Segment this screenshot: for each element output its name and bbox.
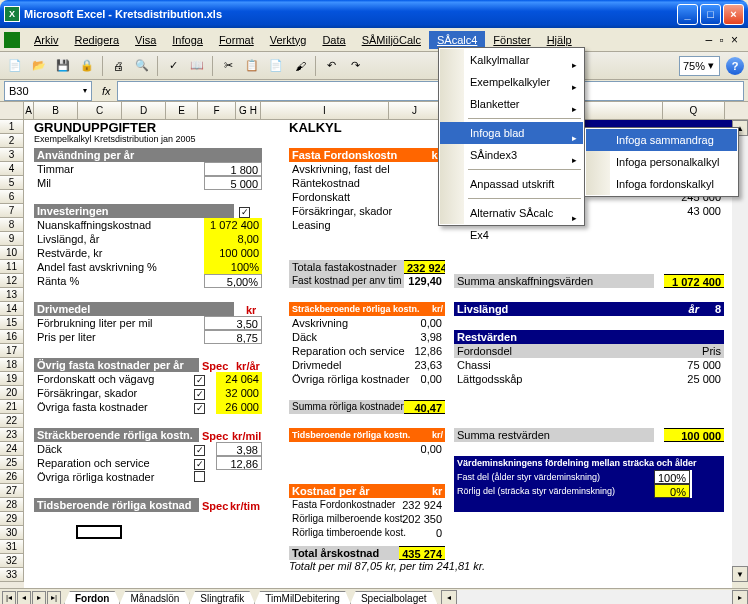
row-16[interactable]: 16 bbox=[0, 330, 24, 344]
chk-ovrrk[interactable] bbox=[194, 471, 205, 484]
row-4[interactable]: 4 bbox=[0, 162, 24, 176]
permission-icon[interactable]: 🔒 bbox=[76, 55, 98, 77]
menu-exempelkalkyler[interactable]: Exempelkalkyler▸ bbox=[440, 71, 583, 93]
fx-icon[interactable]: fx bbox=[102, 85, 111, 97]
col-c[interactable]: C bbox=[78, 102, 122, 119]
row-19[interactable]: 19 bbox=[0, 372, 24, 386]
research-icon[interactable]: 📖 bbox=[186, 55, 208, 77]
formula-input[interactable] bbox=[117, 81, 744, 101]
minimize-button[interactable]: _ bbox=[677, 4, 698, 25]
chk-ovrfk[interactable]: ✓ bbox=[194, 401, 205, 414]
tab-slingtrafik[interactable]: Slingtrafik bbox=[189, 591, 255, 605]
col-j[interactable]: J bbox=[389, 102, 441, 119]
row-24[interactable]: 24 bbox=[0, 442, 24, 456]
val-timmar[interactable]: 1 800 bbox=[204, 162, 262, 176]
row-12[interactable]: 12 bbox=[0, 274, 24, 288]
print-icon[interactable]: 🖨 bbox=[107, 55, 129, 77]
select-all-corner[interactable] bbox=[0, 102, 24, 119]
paste-icon[interactable]: 📄 bbox=[265, 55, 287, 77]
row-1[interactable]: 1 bbox=[0, 120, 24, 134]
redo-icon[interactable]: ↷ bbox=[344, 55, 366, 77]
menu-fonster[interactable]: Fönster bbox=[485, 31, 538, 49]
tab-last-icon[interactable]: ▸| bbox=[47, 591, 61, 605]
row-7[interactable]: 7 bbox=[0, 204, 24, 218]
menu-redigera[interactable]: Redigera bbox=[66, 31, 127, 49]
horizontal-scrollbar[interactable]: ◂ ▸ bbox=[441, 590, 748, 605]
row-5[interactable]: 5 bbox=[0, 176, 24, 190]
row-6[interactable]: 6 bbox=[0, 190, 24, 204]
row-18[interactable]: 18 bbox=[0, 358, 24, 372]
zoom-select[interactable]: 75%▾ bbox=[679, 56, 720, 76]
menu-visa[interactable]: Visa bbox=[127, 31, 164, 49]
row-26[interactable]: 26 bbox=[0, 470, 24, 484]
scroll-down-icon[interactable]: ▼ bbox=[732, 566, 748, 582]
menu-blanketter[interactable]: Blanketter▸ bbox=[440, 93, 583, 115]
menu-sacalc4[interactable]: SÅcalc4 bbox=[429, 31, 485, 49]
chk-rep[interactable]: ✓ bbox=[194, 457, 205, 470]
menu-data[interactable]: Data bbox=[314, 31, 353, 49]
col-b[interactable]: B bbox=[34, 102, 78, 119]
row-20[interactable]: 20 bbox=[0, 386, 24, 400]
val-ranta[interactable]: 5,00% bbox=[204, 274, 262, 288]
row-32[interactable]: 32 bbox=[0, 554, 24, 568]
copy-icon[interactable]: 📋 bbox=[241, 55, 263, 77]
row-22[interactable]: 22 bbox=[0, 414, 24, 428]
row-15[interactable]: 15 bbox=[0, 316, 24, 330]
row-33[interactable]: 33 bbox=[0, 568, 24, 582]
row-29[interactable]: 29 bbox=[0, 512, 24, 526]
cut-icon[interactable]: ✂ bbox=[217, 55, 239, 77]
menu-infoga-sammandrag[interactable]: Infoga sammandrag bbox=[586, 129, 737, 151]
row-14[interactable]: 14 bbox=[0, 302, 24, 316]
row-25[interactable]: 25 bbox=[0, 456, 24, 470]
row-31[interactable]: 31 bbox=[0, 540, 24, 554]
name-box[interactable]: B30▾ bbox=[4, 81, 92, 101]
scroll-left-icon[interactable]: ◂ bbox=[441, 590, 457, 605]
menu-anpassad[interactable]: Anpassad utskrift bbox=[440, 173, 583, 195]
col-q[interactable]: Q bbox=[663, 102, 725, 119]
val-pris[interactable]: 8,75 bbox=[204, 330, 262, 344]
menu-format[interactable]: Format bbox=[211, 31, 262, 49]
tab-manadslon[interactable]: Månadslön bbox=[119, 591, 190, 605]
menu-kalkylmallar[interactable]: Kalkylmallar▸ bbox=[440, 49, 583, 71]
val-forbr[interactable]: 3,50 bbox=[204, 316, 262, 330]
row-headers[interactable]: 1234567891011121314151617181920212223242… bbox=[0, 120, 24, 588]
scroll-right-icon[interactable]: ▸ bbox=[732, 590, 748, 605]
menu-infoga-fordonskalkyl[interactable]: Infoga fordonskalkyl bbox=[586, 173, 737, 195]
row-3[interactable]: 3 bbox=[0, 148, 24, 162]
row-9[interactable]: 9 bbox=[0, 232, 24, 246]
menu-samiljocalc[interactable]: SÅMiljöCalc bbox=[354, 31, 429, 49]
preview-icon[interactable]: 🔍 bbox=[131, 55, 153, 77]
row-10[interactable]: 10 bbox=[0, 246, 24, 260]
help-icon[interactable]: ? bbox=[726, 57, 744, 75]
row-13[interactable]: 13 bbox=[0, 288, 24, 302]
doc-icon[interactable] bbox=[4, 32, 20, 48]
chk-forsak[interactable]: ✓ bbox=[194, 387, 205, 400]
save-icon[interactable]: 💾 bbox=[52, 55, 74, 77]
col-a[interactable]: A bbox=[24, 102, 34, 119]
menu-infoga-personalkalkyl[interactable]: Infoga personalkalkyl bbox=[586, 151, 737, 173]
spelling-icon[interactable]: ✓ bbox=[162, 55, 184, 77]
menu-infoga-blad[interactable]: Infoga blad▸ bbox=[440, 122, 583, 144]
maximize-button[interactable]: □ bbox=[700, 4, 721, 25]
menu-infoga[interactable]: Infoga bbox=[164, 31, 211, 49]
menu-alternativ[interactable]: Alternativ SÅcalc Ex4▸ bbox=[440, 202, 583, 224]
mdi-controls[interactable]: – ▫ × bbox=[705, 33, 744, 47]
close-button[interactable]: × bbox=[723, 4, 744, 25]
col-f[interactable]: F bbox=[198, 102, 236, 119]
open-icon[interactable]: 📂 bbox=[28, 55, 50, 77]
col-d[interactable]: D bbox=[122, 102, 166, 119]
row-30[interactable]: 30 bbox=[0, 526, 24, 540]
format-painter-icon[interactable]: 🖌 bbox=[289, 55, 311, 77]
val-dack[interactable]: 3,98 bbox=[216, 442, 262, 456]
col-e[interactable]: E bbox=[166, 102, 198, 119]
row-17[interactable]: 17 bbox=[0, 344, 24, 358]
chk-invest[interactable]: ✓ bbox=[239, 205, 250, 218]
menu-saindex3[interactable]: SÅindex3▸ bbox=[440, 144, 583, 166]
col-i[interactable]: I bbox=[261, 102, 389, 119]
val-rep[interactable]: 12,86 bbox=[216, 456, 262, 470]
row-11[interactable]: 11 bbox=[0, 260, 24, 274]
tab-prev-icon[interactable]: ◂ bbox=[17, 591, 31, 605]
chk-dack[interactable]: ✓ bbox=[194, 443, 205, 456]
new-icon[interactable]: 📄 bbox=[4, 55, 26, 77]
tab-next-icon[interactable]: ▸ bbox=[32, 591, 46, 605]
